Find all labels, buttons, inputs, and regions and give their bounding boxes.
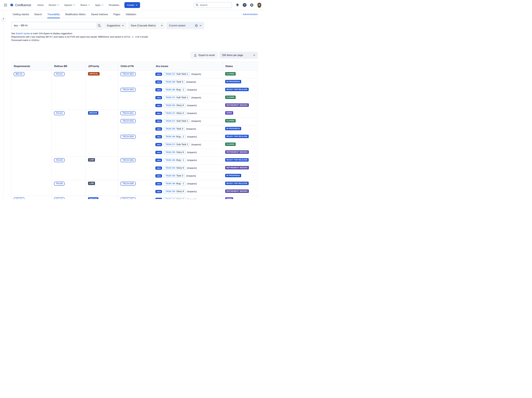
jira-issue-link[interactable]: TASK-55- Story 9 <box>164 190 186 194</box>
jira-issue-key: TASK-57 <box>165 120 175 122</box>
jira-badge: JIRA <box>155 159 162 162</box>
child-of-fn-chip[interactable]: TECH-001 <box>120 111 136 115</box>
help-button[interactable]: ? <box>242 3 247 7</box>
child-of-fn-chip[interactable]: TECH-002 <box>120 72 136 76</box>
jira-badge: JIRA <box>155 198 162 199</box>
status-badge: CLOSED <box>225 119 236 122</box>
impacts-label: (impacts) <box>187 190 197 193</box>
child-of-fn-chip[interactable]: TECH-004 <box>120 88 136 92</box>
jira-badge: JIRA <box>155 166 162 170</box>
refines-br-chip[interactable]: FN-08 <box>54 182 65 186</box>
jira-issue-key: TASK-56 <box>165 174 175 177</box>
nav-item-home[interactable]: Home <box>37 4 44 6</box>
jira-issue-link[interactable]: TASK-55- Story 9 <box>164 166 186 170</box>
nav-item-recent[interactable]: Recent <box>49 4 59 6</box>
child-of-fn-chip[interactable]: TECH-003 <box>120 158 136 162</box>
confluence-brand[interactable]: Confluence <box>10 3 31 7</box>
tab-search[interactable]: Search <box>34 13 42 18</box>
jira-issue-link[interactable]: TASK-46- Bug - 1 <box>164 135 186 139</box>
bell-icon <box>236 3 240 7</box>
nav-item-teams[interactable]: Teams <box>80 4 90 6</box>
refines-br-cell: FN-05 <box>52 157 86 180</box>
items-per-page-select[interactable]: 200 items per page <box>219 52 258 59</box>
jira-issue-link[interactable]: TASK-55- Story 9 <box>164 103 186 107</box>
jira-issue-link[interactable]: TASK-57- Sub-Task 1 <box>164 143 190 146</box>
column-header-refines-br: Refines BR <box>52 62 86 70</box>
create-button[interactable]: Create <box>124 2 140 8</box>
nav-item-templates[interactable]: Templates <box>108 4 119 6</box>
top-navigation-bar: Confluence HomeRecentSpacesTeamsAppsTemp… <box>0 0 266 10</box>
column-header-jira-issues: Jira issues <box>153 62 223 70</box>
status-badge: IN PROGRESS <box>225 127 241 130</box>
notifications-button[interactable] <box>236 3 240 7</box>
nav-item-apps[interactable]: Apps <box>95 4 103 6</box>
refines-br-chip[interactable]: FN-05 <box>54 158 65 162</box>
chevron-down-icon <box>200 25 201 26</box>
query-input[interactable]: key ~ 'BR-%' <box>11 22 103 29</box>
syntax-hint-suffix: or enter Ctrl+Space to display suggestio… <box>30 32 72 35</box>
jira-issue-link[interactable]: TASK-46- Bug - 1 <box>164 88 186 92</box>
impacts-label: (impacts) <box>191 96 201 99</box>
jira-issue-link[interactable]: TASK-57- Sub-Task 1 <box>164 95 190 100</box>
jira-issue-cell: JIRATASK-57- Sub-Task 1(impacts) <box>153 141 223 149</box>
collapsed-sidebar-rail <box>3 10 4 199</box>
nav-item-label: Teams <box>80 4 87 6</box>
child-of-fn-cell: TECH-004 <box>118 133 153 157</box>
child-of-fn-cell: TECH-004 <box>118 86 153 110</box>
user-avatar[interactable] <box>257 2 262 8</box>
jira-issue-link[interactable]: TASK-55- Story 9 <box>164 150 186 154</box>
jira-issue-link[interactable]: TASK-56- Task 3 <box>164 174 185 178</box>
administration-link[interactable]: Administration <box>243 13 258 18</box>
clear-icon[interactable] <box>195 24 198 27</box>
save-cascade-matrix-button[interactable]: Save (Cascade Matrix) <box>128 22 159 29</box>
requirement-chip[interactable]: BR-02 <box>14 197 24 199</box>
jira-issue-link[interactable]: TASK-47- Story 3 <box>164 197 186 199</box>
impacts-label: (impacts) <box>187 182 197 185</box>
tab-modification-matrix[interactable]: Modification Matrix <box>65 13 86 18</box>
expand-sidebar-button[interactable] <box>1 16 6 21</box>
jira-issue-cell: JIRATASK-55- Story 9(impacts) <box>153 188 223 196</box>
nav-item-label: Apps <box>95 4 101 6</box>
global-search-input[interactable]: Search <box>194 2 232 8</box>
priority-cell: LOW <box>86 157 118 180</box>
refines-br-chip[interactable]: FN-03 <box>54 197 65 199</box>
settings-button[interactable] <box>250 3 254 7</box>
jira-issue-link[interactable]: TASK-57- Sub-Task 1 <box>164 72 190 76</box>
jira-issue-summary: - Task 3 <box>175 127 183 130</box>
requirements-cell: BR-02 <box>11 196 52 199</box>
variant-select[interactable]: Current variant <box>166 22 204 29</box>
child-of-fn-chip[interactable]: TECH-006 <box>120 182 136 186</box>
jira-issue-link[interactable]: TASK-56- Task 3 <box>164 80 185 84</box>
child-of-fn-chip[interactable]: TECH-002 <box>120 119 136 123</box>
refines-br-chip[interactable]: FN-01 <box>54 72 65 76</box>
jira-issue-link[interactable]: TASK-46- Bug - 1 <box>164 182 186 186</box>
jira-issue-link[interactable]: TASK-56- Task 3 <box>164 127 185 131</box>
create-button-label: Create <box>127 4 134 6</box>
tab-traceability[interactable]: Traceability <box>47 13 60 18</box>
tab-pages[interactable]: Pages <box>113 13 120 18</box>
priority-cell: LOW <box>86 180 118 196</box>
jira-issue-link[interactable]: TASK-46- Bug - 1 <box>164 158 186 162</box>
suggestions-dropdown[interactable]: Suggestions <box>104 22 127 29</box>
status-cell: IN PROGRESS <box>223 78 258 86</box>
tab-saved-matrixes[interactable]: Saved matrixes <box>91 13 108 18</box>
jira-badge: JIRA <box>155 88 162 91</box>
jira-issue-key: TASK-46 <box>165 182 175 185</box>
search-syntax-link[interactable]: Search syntax <box>16 32 30 35</box>
nav-item-spaces[interactable]: Spaces <box>64 4 75 6</box>
refines-br-chip[interactable]: FN-02 <box>54 111 65 115</box>
app-switcher-icon[interactable] <box>4 3 7 7</box>
requirement-chip[interactable]: BR-01 <box>14 72 24 76</box>
child-of-fn-chip[interactable]: TECH-001 <box>120 197 136 199</box>
child-of-fn-chip[interactable]: TECH-004 <box>120 135 136 139</box>
tab-validation[interactable]: Validation <box>126 13 136 18</box>
jira-issue-link[interactable]: TASK-57- Sub-Task 1 <box>164 119 190 123</box>
jira-issue-summary: - Sub-Task 1 <box>175 73 188 75</box>
run-search-button[interactable] <box>96 23 102 28</box>
tab-getting-started[interactable]: Getting started <box>13 13 29 18</box>
brand-name: Confluence <box>15 3 31 7</box>
traceability-matrix-table: RequirementsRefines BR@PriorityChild of … <box>11 62 258 199</box>
save-options-dropdown[interactable] <box>159 22 165 29</box>
jira-issue-link[interactable]: TASK-47- Story 3 <box>164 111 186 115</box>
export-to-excel-button[interactable]: Export to excel <box>190 52 218 59</box>
